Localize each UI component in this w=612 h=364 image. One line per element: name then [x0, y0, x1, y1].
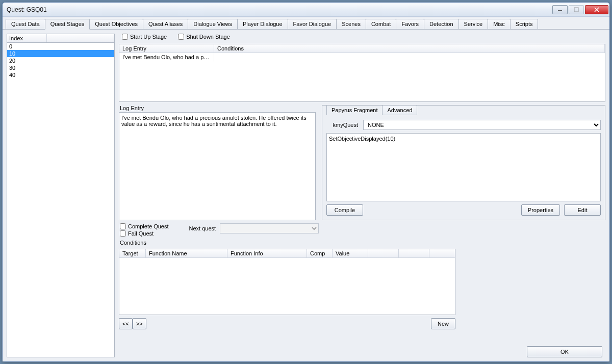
conditions-col-target[interactable]: Target [119, 249, 146, 257]
tab-quest-objectives[interactable]: Quest Objectives [89, 19, 143, 29]
conditions-col-value[interactable]: Value [333, 249, 368, 257]
shut-down-stage-input[interactable] [178, 34, 184, 40]
index-value: 10 [7, 50, 47, 57]
tab-favors[interactable]: Favors [396, 19, 424, 29]
log-entries-header: Log Entry Conditions [119, 44, 605, 53]
conditions-header: TargetFunction NameFunction InfoCompValu… [119, 249, 455, 258]
log-entry-section: Log Entry [119, 105, 316, 220]
papyrus-tab-advanced[interactable]: Advanced [382, 105, 417, 115]
window-title: Quest: GSQ01 [7, 6, 552, 13]
next-quest-field: Next quest [189, 223, 319, 233]
content-area: Index 010203040 Start Up Stage Shut Down… [3, 30, 609, 361]
log-conditions-cell [214, 53, 605, 62]
ok-button[interactable]: OK [527, 346, 602, 357]
tab-combat[interactable]: Combat [366, 19, 397, 29]
quest-flags-row: Complete Quest Fail Quest Next quest [119, 223, 605, 237]
tab-detection[interactable]: Detection [424, 19, 458, 29]
log-entry-label: Log Entry [119, 105, 316, 111]
fail-quest-input[interactable] [120, 230, 126, 237]
next-quest-select[interactable] [220, 223, 319, 233]
tab-misc[interactable]: Misc [488, 19, 511, 29]
conditions-nav-row: << >> New [119, 318, 455, 329]
tab-scripts[interactable]: Scripts [510, 19, 539, 29]
papyrus-tabs: Papyrus FragmentAdvanced [326, 105, 417, 115]
fail-quest-label: Fail Quest [128, 230, 154, 237]
kmyquest-row: kmyQuest NONE [326, 120, 601, 130]
index-header: Index [7, 34, 115, 43]
quest-window: Quest: GSQ01 Quest DataQuest StagesQuest… [2, 2, 610, 362]
complete-quest-checkbox[interactable]: Complete Quest [120, 223, 168, 229]
minimize-button[interactable] [552, 5, 568, 14]
kmyquest-select[interactable]: NONE [363, 120, 601, 130]
complete-quest-input[interactable] [120, 223, 126, 229]
conditions-body[interactable] [119, 258, 455, 315]
log-entries-body[interactable]: I've met Bendu Olo, who had a preciou... [119, 53, 605, 101]
index-row[interactable]: 30 [7, 64, 114, 71]
log-col-conditions[interactable]: Conditions [214, 44, 605, 53]
maximize-icon [574, 7, 579, 12]
ok-row: OK [527, 346, 602, 357]
conditions-col-spacer [368, 249, 399, 257]
start-up-stage-input[interactable] [122, 34, 128, 40]
papyrus-script-textarea[interactable] [326, 133, 601, 201]
titlebar[interactable]: Quest: GSQ01 [3, 3, 609, 17]
tab-service[interactable]: Service [458, 19, 489, 29]
mid-row: Log Entry Papyrus FragmentAdvanced kmyQu… [119, 105, 605, 220]
index-value: 30 [7, 64, 47, 71]
properties-button[interactable]: Properties [521, 204, 560, 216]
start-up-stage-checkbox[interactable]: Start Up Stage [122, 34, 167, 40]
fail-quest-checkbox[interactable]: Fail Quest [120, 230, 168, 237]
index-panel: Index 010203040 [7, 34, 115, 357]
conditions-col-spacer [399, 249, 429, 257]
log-entry-textarea[interactable] [119, 112, 316, 220]
conditions-next-button[interactable]: >> [133, 318, 146, 329]
index-row[interactable]: 40 [7, 71, 114, 79]
tab-player-dialogue[interactable]: Player Dialogue [237, 19, 288, 29]
stage-flags-row: Start Up Stage Shut Down Stage [119, 34, 605, 41]
next-quest-label: Next quest [189, 225, 216, 231]
close-button[interactable] [585, 5, 608, 14]
tab-strip: Quest DataQuest StagesQuest ObjectivesQu… [3, 17, 609, 30]
log-entries-table[interactable]: Log Entry Conditions I've met Bendu Olo,… [119, 44, 605, 102]
svg-rect-1 [574, 8, 578, 12]
minimize-icon [557, 7, 563, 12]
tab-quest-data[interactable]: Quest Data [6, 19, 45, 29]
conditions-col-function-info[interactable]: Function Info [227, 249, 307, 257]
conditions-new-button[interactable]: New [431, 318, 455, 329]
shut-down-stage-label: Shut Down Stage [186, 34, 230, 40]
index-value: 40 [7, 71, 47, 79]
conditions-prev-button[interactable]: << [119, 318, 133, 329]
close-icon [594, 7, 599, 12]
start-up-stage-label: Start Up Stage [130, 34, 167, 40]
index-list[interactable]: 010203040 [7, 43, 115, 357]
index-row[interactable]: 10 [7, 50, 114, 57]
shut-down-stage-checkbox[interactable]: Shut Down Stage [178, 34, 230, 40]
index-header-spacer [47, 34, 114, 42]
index-row[interactable]: 0 [7, 43, 114, 50]
edit-button[interactable]: Edit [564, 204, 601, 216]
log-entry-row[interactable]: I've met Bendu Olo, who had a preciou... [119, 53, 605, 62]
papyrus-tab-papyrus-fragment[interactable]: Papyrus Fragment [326, 105, 382, 115]
conditions-label: Conditions [119, 240, 605, 246]
tab-dialogue-views[interactable]: Dialogue Views [188, 19, 238, 29]
index-row[interactable]: 20 [7, 57, 114, 64]
log-col-logentry[interactable]: Log Entry [119, 44, 214, 53]
conditions-col-function-name[interactable]: Function Name [146, 249, 227, 257]
conditions-col-comp[interactable]: Comp [307, 249, 333, 257]
maximize-button [569, 5, 584, 14]
main-panel: Start Up Stage Shut Down Stage Log Entry… [119, 34, 605, 357]
log-entry-cell: I've met Bendu Olo, who had a preciou... [119, 53, 214, 62]
tab-quest-aliases[interactable]: Quest Aliases [143, 19, 188, 29]
papyrus-fragment-box: Papyrus FragmentAdvanced kmyQuest NONE C… [322, 105, 605, 220]
index-value: 20 [7, 57, 47, 64]
index-header-col[interactable]: Index [7, 34, 47, 42]
tab-scenes[interactable]: Scenes [336, 19, 366, 29]
conditions-table[interactable]: TargetFunction NameFunction InfoCompValu… [119, 249, 455, 315]
compile-button[interactable]: Compile [326, 204, 363, 216]
kmyquest-label: kmyQuest [326, 122, 358, 128]
papyrus-buttons: Compile Properties Edit [326, 204, 601, 216]
tab-favor-dialogue[interactable]: Favor Dialogue [288, 19, 337, 29]
tab-quest-stages[interactable]: Quest Stages [45, 19, 90, 30]
complete-quest-label: Complete Quest [128, 223, 168, 229]
index-value: 0 [7, 43, 47, 50]
